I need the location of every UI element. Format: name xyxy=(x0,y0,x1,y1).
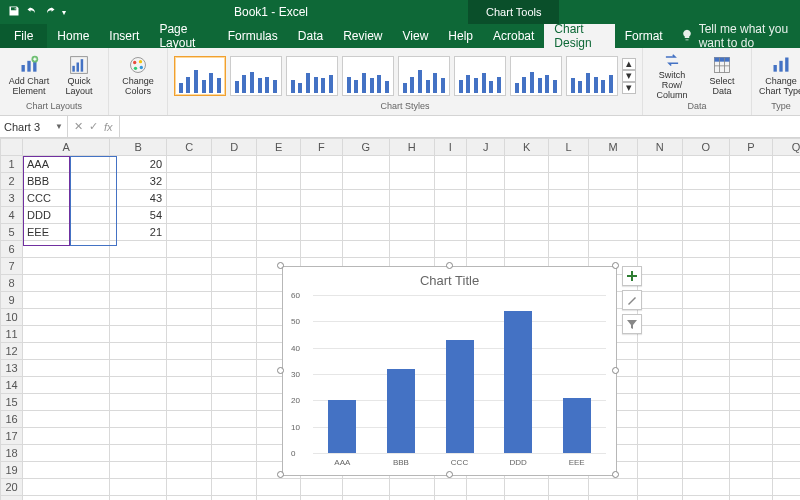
cell[interactable] xyxy=(342,241,389,258)
select-data-button[interactable]: Select Data xyxy=(699,51,745,101)
cell[interactable] xyxy=(257,224,301,241)
cell[interactable] xyxy=(300,173,342,190)
col-header[interactable]: H xyxy=(389,139,434,156)
gallery-scroll-icon[interactable]: ▾ xyxy=(622,70,636,82)
chart-styles-gallery[interactable]: ▴▾▾ xyxy=(174,50,636,101)
cell[interactable] xyxy=(212,207,257,224)
tab-insert[interactable]: Insert xyxy=(99,24,149,48)
row-header[interactable]: 14 xyxy=(1,377,23,394)
cell[interactable] xyxy=(23,377,110,394)
cell[interactable] xyxy=(342,190,389,207)
cell[interactable] xyxy=(682,428,729,445)
cell[interactable] xyxy=(637,292,682,309)
cell[interactable] xyxy=(23,241,110,258)
cell[interactable] xyxy=(342,224,389,241)
resize-handle[interactable] xyxy=(612,367,619,374)
chart-bar[interactable] xyxy=(387,369,415,453)
cell[interactable] xyxy=(637,343,682,360)
cell[interactable] xyxy=(212,411,257,428)
cell[interactable] xyxy=(773,377,800,394)
cell[interactable] xyxy=(167,292,212,309)
cell[interactable] xyxy=(729,241,773,258)
chart-plot-area[interactable]: 0102030405060AAABBBCCCDDDEEE xyxy=(313,295,606,453)
cell[interactable] xyxy=(212,241,257,258)
cell[interactable] xyxy=(167,190,212,207)
cell[interactable] xyxy=(682,445,729,462)
cell[interactable] xyxy=(729,207,773,224)
chart-style-thumb[interactable] xyxy=(566,56,618,96)
row-header[interactable]: 10 xyxy=(1,309,23,326)
cell[interactable]: BBB xyxy=(23,173,110,190)
tab-formulas[interactable]: Formulas xyxy=(218,24,288,48)
cell[interactable] xyxy=(257,156,301,173)
cell[interactable] xyxy=(23,343,110,360)
cell[interactable] xyxy=(300,156,342,173)
cell[interactable] xyxy=(637,428,682,445)
redo-icon[interactable] xyxy=(44,5,56,19)
cell[interactable]: 32 xyxy=(110,173,167,190)
cell[interactable] xyxy=(389,207,434,224)
row-header[interactable]: 7 xyxy=(1,258,23,275)
cell[interactable] xyxy=(589,207,637,224)
tab-help[interactable]: Help xyxy=(438,24,483,48)
cell[interactable] xyxy=(212,496,257,501)
cell[interactable] xyxy=(773,479,800,496)
cell[interactable] xyxy=(682,156,729,173)
cell[interactable] xyxy=(389,241,434,258)
row-header[interactable]: 6 xyxy=(1,241,23,258)
quick-layout-button[interactable]: Quick Layout xyxy=(56,51,102,101)
cell[interactable] xyxy=(167,360,212,377)
row-header[interactable]: 1 xyxy=(1,156,23,173)
cell[interactable] xyxy=(549,224,589,241)
cell[interactable] xyxy=(773,411,800,428)
cell[interactable] xyxy=(389,173,434,190)
cell[interactable] xyxy=(300,496,342,501)
worksheet[interactable]: ABCDEFGHIJKLMNOPQ1AAA202BBB323CCC434DDD5… xyxy=(0,138,800,500)
row-header[interactable]: 3 xyxy=(1,190,23,207)
cell[interactable] xyxy=(729,411,773,428)
change-chart-type-button[interactable]: Change Chart Type xyxy=(758,51,800,101)
cell[interactable] xyxy=(549,241,589,258)
cell[interactable] xyxy=(342,156,389,173)
cell[interactable] xyxy=(637,394,682,411)
cell[interactable] xyxy=(729,343,773,360)
cell[interactable]: EEE xyxy=(23,224,110,241)
cell[interactable] xyxy=(682,190,729,207)
cell[interactable]: 54 xyxy=(110,207,167,224)
row-header[interactable]: 9 xyxy=(1,292,23,309)
cell[interactable] xyxy=(167,479,212,496)
cell[interactable] xyxy=(167,411,212,428)
cell[interactable] xyxy=(773,224,800,241)
cell[interactable] xyxy=(682,292,729,309)
cell[interactable] xyxy=(773,445,800,462)
col-header[interactable]: O xyxy=(682,139,729,156)
col-header[interactable]: B xyxy=(110,139,167,156)
cell[interactable] xyxy=(505,479,549,496)
name-box[interactable]: Chart 3▼ xyxy=(0,116,68,137)
cell[interactable] xyxy=(637,479,682,496)
cell[interactable] xyxy=(300,241,342,258)
cell[interactable] xyxy=(637,190,682,207)
cell[interactable] xyxy=(389,224,434,241)
cell[interactable] xyxy=(167,173,212,190)
cell[interactable] xyxy=(637,309,682,326)
cell[interactable] xyxy=(466,173,505,190)
cell[interactable] xyxy=(682,411,729,428)
cell[interactable] xyxy=(212,462,257,479)
cell[interactable] xyxy=(23,428,110,445)
cell[interactable] xyxy=(637,224,682,241)
cell[interactable] xyxy=(549,173,589,190)
cell[interactable] xyxy=(110,326,167,343)
cell[interactable] xyxy=(729,496,773,501)
cell[interactable] xyxy=(637,411,682,428)
chart-style-thumb[interactable] xyxy=(398,56,450,96)
gallery-scroll-icon[interactable]: ▾ xyxy=(622,82,636,94)
row-header[interactable]: 18 xyxy=(1,445,23,462)
cell[interactable] xyxy=(300,224,342,241)
cell[interactable] xyxy=(300,479,342,496)
row-header[interactable]: 16 xyxy=(1,411,23,428)
cell[interactable] xyxy=(212,479,257,496)
cell[interactable] xyxy=(729,224,773,241)
undo-icon[interactable] xyxy=(26,5,38,19)
cell[interactable] xyxy=(729,326,773,343)
